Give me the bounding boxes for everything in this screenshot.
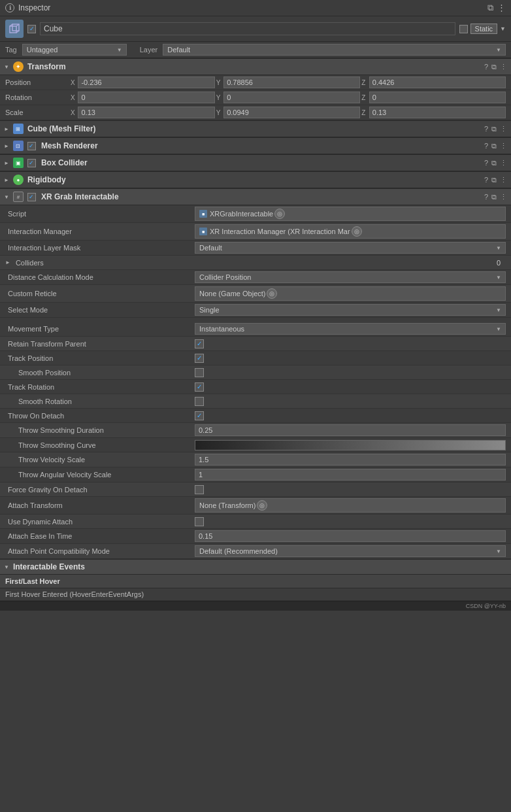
- object-active-checkbox[interactable]: ✓: [27, 25, 36, 33]
- throw-smoothing-duration-input[interactable]: [195, 424, 506, 436]
- retain-transform-parent-checkbox[interactable]: ✓: [195, 339, 204, 348]
- rotation-y-input[interactable]: [223, 92, 360, 103]
- mesh-filter-settings-icon[interactable]: ⧉: [491, 125, 497, 133]
- box-collider-header[interactable]: ► ▣ ✓ Box Collider ? ⧉ ⋮: [0, 154, 511, 171]
- layer-dropdown[interactable]: Default ▼: [163, 44, 506, 56]
- attach-point-compat-value: Default (Recommended): [199, 547, 278, 555]
- interaction-manager-value: XR Interaction Manager (XR Interaction M…: [210, 228, 350, 235]
- attach-transform-label: Attach Transform: [5, 501, 195, 509]
- interactable-events-header[interactable]: ▼ Interactable Events: [0, 559, 511, 575]
- mesh-filter-help-icon[interactable]: ?: [484, 125, 488, 133]
- rotation-x-input[interactable]: [78, 92, 214, 103]
- smooth-position-checkbox[interactable]: [195, 368, 204, 377]
- throw-smoothing-duration-row: Throw Smoothing Duration: [0, 423, 511, 438]
- menu-icon[interactable]: ⋮: [497, 3, 506, 13]
- transform-settings-icon[interactable]: ⧉: [491, 63, 497, 71]
- throw-smoothing-curve-field[interactable]: [195, 440, 506, 450]
- object-name-field[interactable]: [40, 22, 455, 35]
- scale-x-input[interactable]: [78, 107, 214, 118]
- scale-z-input[interactable]: [369, 107, 506, 118]
- static-checkbox[interactable]: [459, 25, 468, 33]
- attach-ease-in-time-row: Attach Ease In Time: [0, 529, 511, 544]
- box-collider-icon: ▣: [13, 158, 24, 168]
- track-rotation-label: Track Rotation: [5, 383, 195, 391]
- position-y-input[interactable]: [223, 76, 360, 88]
- script-select-btn[interactable]: ◎: [274, 209, 285, 219]
- smooth-rotation-row: Smooth Rotation: [0, 394, 511, 409]
- mesh-renderer-icon: ⊡: [13, 141, 24, 151]
- custom-reticle-select-btn[interactable]: ◎: [267, 288, 277, 299]
- box-collider-menu-icon[interactable]: ⋮: [500, 159, 507, 167]
- position-z-input[interactable]: [369, 76, 506, 88]
- lock-icon[interactable]: ⧉: [487, 3, 493, 13]
- track-position-row: Track Position ✓: [0, 351, 511, 365]
- box-collider-help-icon[interactable]: ?: [484, 159, 488, 167]
- title-actions[interactable]: ⧉ ⋮: [487, 3, 506, 13]
- rigidbody-menu-icon[interactable]: ⋮: [500, 176, 507, 184]
- attach-point-compat-dropdown[interactable]: Default (Recommended) ▼: [195, 545, 506, 557]
- scale-x-field: X: [71, 107, 215, 118]
- mesh-filter-menu-icon[interactable]: ⋮: [500, 125, 507, 133]
- use-dynamic-attach-checkbox[interactable]: [195, 517, 204, 526]
- transform-triangle-icon: ▼: [4, 64, 9, 70]
- interaction-layer-mask-dropdown[interactable]: Default ▼: [195, 242, 506, 254]
- scale-fields: X Y Z: [71, 107, 506, 118]
- mesh-renderer-menu-icon[interactable]: ⋮: [500, 142, 507, 150]
- interaction-manager-select-btn[interactable]: ◎: [352, 226, 362, 237]
- throw-on-detach-checkbox[interactable]: ✓: [195, 411, 204, 420]
- select-mode-dropdown[interactable]: Single ▼: [195, 304, 506, 316]
- rigidbody-help-icon[interactable]: ?: [484, 176, 488, 184]
- movement-type-dropdown[interactable]: Instantaneous ▼: [195, 323, 506, 335]
- transform-help-icon[interactable]: ?: [484, 63, 488, 71]
- scale-label: Scale: [5, 109, 71, 116]
- position-x-field: X: [71, 76, 215, 88]
- transform-section-icons: ? ⧉ ⋮: [484, 63, 507, 71]
- footer-credit: CSDN @YY-nb: [466, 603, 506, 609]
- attach-ease-in-time-input[interactable]: [195, 530, 506, 542]
- distance-calc-mode-dropdown[interactable]: Collider Position ▼: [195, 271, 506, 283]
- static-button[interactable]: Static: [470, 24, 498, 34]
- mesh-renderer-help-icon[interactable]: ?: [484, 142, 488, 150]
- tag-dropdown[interactable]: Untagged ▼: [22, 44, 127, 56]
- xr-manager-icon: ■: [199, 228, 207, 235]
- track-position-checkbox[interactable]: ✓: [195, 354, 204, 363]
- static-dropdown-arrow[interactable]: ▼: [500, 25, 506, 32]
- script-file-icon: ■: [199, 210, 207, 218]
- scale-y-input[interactable]: [223, 107, 360, 118]
- rigidbody-settings-icon[interactable]: ⧉: [491, 176, 497, 184]
- sx-axis-label: X: [71, 109, 76, 116]
- rotation-z-input[interactable]: [369, 92, 506, 103]
- xrgrab-header[interactable]: ▼ # ✓ XR Grab Interactable ? ⧉ ⋮: [0, 188, 511, 205]
- mesh-renderer-settings-icon[interactable]: ⧉: [491, 142, 497, 150]
- xrgrab-menu-icon[interactable]: ⋮: [500, 193, 507, 201]
- rotation-y-field: Y: [216, 92, 361, 103]
- retain-transform-parent-row: Retain Transform Parent ✓: [0, 337, 511, 351]
- throw-velocity-scale-input[interactable]: [195, 454, 506, 465]
- force-gravity-on-detach-checkbox[interactable]: [195, 485, 204, 494]
- mesh-renderer-header[interactable]: ► ⊡ ✓ Mesh Renderer ? ⧉ ⋮: [0, 137, 511, 154]
- throw-angular-velocity-scale-input[interactable]: [195, 469, 506, 481]
- y-axis-label: Y: [216, 79, 222, 86]
- xrgrab-help-icon[interactable]: ?: [484, 193, 488, 201]
- rigidbody-header[interactable]: ► ● Rigidbody ? ⧉ ⋮: [0, 171, 511, 188]
- select-mode-value: Single: [199, 306, 220, 314]
- transform-section-header[interactable]: ▼ ✦ Transform ? ⧉ ⋮: [0, 58, 511, 75]
- mesh-filter-header[interactable]: ► ⊞ Cube (Mesh Filter) ? ⧉ ⋮: [0, 120, 511, 137]
- box-collider-checkbox[interactable]: ✓: [27, 159, 36, 167]
- position-x-input[interactable]: [78, 76, 214, 88]
- rotation-z-field: Z: [361, 92, 506, 103]
- attach-transform-select-btn[interactable]: ◎: [257, 500, 267, 511]
- svg-rect-0: [10, 26, 16, 33]
- interactable-events-title: Interactable Events: [13, 562, 507, 571]
- mesh-renderer-checkbox[interactable]: ✓: [27, 142, 36, 150]
- xrgrab-settings-icon[interactable]: ⧉: [491, 193, 497, 201]
- track-rotation-checkbox[interactable]: ✓: [195, 382, 204, 392]
- transform-menu-icon[interactable]: ⋮: [500, 63, 507, 71]
- colliders-label: Colliders: [13, 259, 497, 267]
- sy-axis-label: Y: [216, 109, 222, 116]
- box-collider-settings-icon[interactable]: ⧉: [491, 159, 497, 167]
- position-z-field: Z: [361, 76, 506, 88]
- smooth-rotation-checkbox[interactable]: [195, 397, 204, 406]
- xrgrab-checkbox[interactable]: ✓: [27, 193, 36, 201]
- interaction-layer-mask-row: Interaction Layer Mask Default ▼: [0, 241, 511, 256]
